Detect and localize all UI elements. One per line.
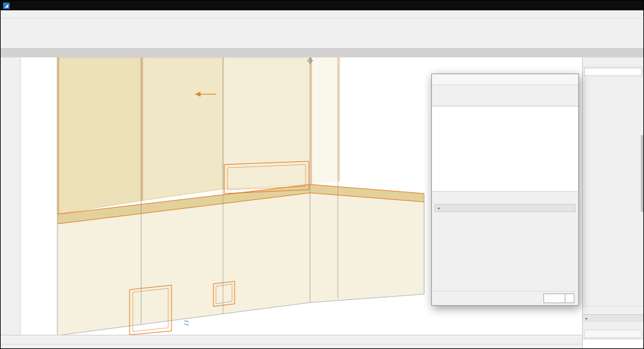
status-message	[1, 344, 582, 349]
navigator-panel: ▾	[582, 57, 643, 349]
project-tree	[583, 77, 643, 306]
heat-block-list-actions	[432, 192, 578, 202]
start-button-dropdown[interactable]	[565, 294, 574, 303]
section-marker	[184, 321, 189, 325]
properties-view-row	[583, 322, 643, 330]
project-search-input[interactable]	[584, 68, 642, 76]
menubar	[1, 10, 643, 19]
dialog-toolbar	[432, 85, 578, 97]
properties-section-header[interactable]: ▾	[583, 314, 643, 322]
archicad-window: ◢	[0, 0, 644, 349]
energy-model-review-dialog: ▾	[431, 74, 579, 306]
tree-scrollbar[interactable]	[641, 135, 643, 212]
standard-toolbar	[1, 19, 643, 30]
quick-options-bar	[1, 335, 582, 344]
heat-block-list	[432, 106, 578, 192]
collapse-arrow-icon: ▾	[435, 206, 442, 210]
heat-block-properties-section[interactable]: ▾	[434, 204, 576, 212]
settings-button[interactable]	[584, 330, 642, 338]
graphisoft-id-bar[interactable]	[583, 339, 643, 349]
titlebar: ◢	[1, 1, 643, 10]
model-wall-left	[57, 57, 141, 214]
start-energy-simulation-button[interactable]	[543, 294, 565, 303]
toolbox	[1, 57, 21, 335]
dialog-tabs	[432, 97, 578, 106]
main-toolbar	[1, 37, 643, 48]
app-icon: ◢	[3, 3, 10, 9]
collapse-arrow-icon: ▾	[583, 316, 590, 321]
tabbar	[1, 48, 643, 57]
dialog-titlebar[interactable]	[432, 74, 578, 85]
main-toolbar-label	[1, 30, 643, 37]
navigator-mode-icons	[583, 57, 643, 67]
tree-action-icons	[583, 306, 643, 314]
